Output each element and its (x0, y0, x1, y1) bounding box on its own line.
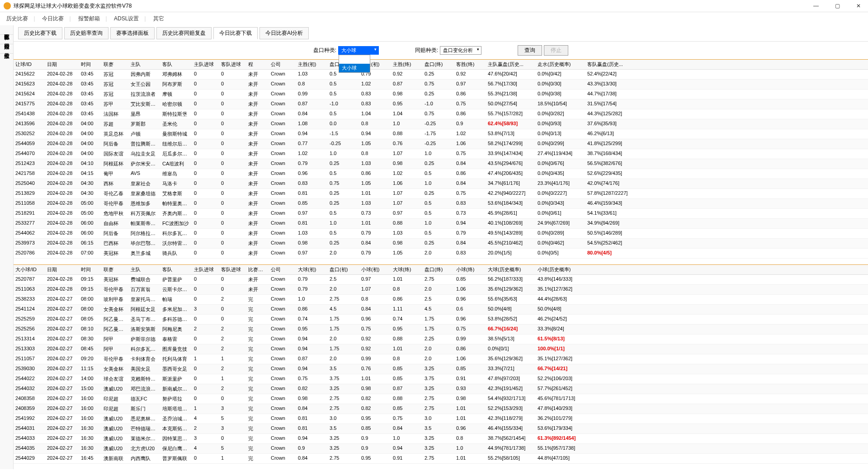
table-row[interactable]: 25138292024-02-2804:30哥伦乙春皇家桑坦德艾格拿斯00未开C… (14, 189, 868, 199)
menu-alert[interactable]: 报警邮箱 (78, 15, 100, 22)
column-header[interactable]: 主队 (129, 265, 160, 274)
column-header[interactable]: 主队 (129, 60, 160, 69)
column-header[interactable]: 客队 (160, 265, 192, 274)
stop-button[interactable]: 停止 (544, 45, 568, 56)
column-header[interactable]: 客胜(终) (454, 60, 486, 69)
side-tab-download[interactable]: 比赛数据下载 (0, 25, 13, 35)
side-tab-water[interactable]: 今日水位监控 (0, 44, 13, 54)
sub-tab-1[interactable]: 历史赔率查询 (64, 27, 108, 39)
column-header[interactable]: 盘口(终) (423, 265, 454, 274)
table-row[interactable]: 24157752024-02-2803:45苏甲艾比安斯特宁哈密尔顿00未开Cr… (14, 99, 868, 109)
table-row[interactable]: 24156242024-02-2803:45苏冠拉茨流浪者摩顿00未开Crown… (14, 89, 868, 99)
table-row[interactable]: 24083582024-02-2716:00印尼超德瓦FC努萨塔拉00完Crow… (14, 394, 868, 404)
sub-tab-3[interactable]: 历史比赛同赔复盘 (156, 27, 212, 39)
search-button[interactable]: 查询 (518, 45, 542, 56)
table-row[interactable]: 25440592024-02-2804:00阿后备普拉腾斯后备...纽维尔后备队… (14, 139, 868, 149)
column-header[interactable]: 主胜(终) (391, 60, 423, 69)
table-row[interactable]: 25302522024-02-2804:00英足总杯卢顿曼彻斯特城00未开Cro… (14, 129, 868, 139)
table-row[interactable]: 25390302024-02-2711:15女美金杯美国女足墨西哥女足02完Cr… (14, 364, 868, 374)
sub-tab-0[interactable]: 历史比赛下载 (18, 27, 62, 39)
table-row[interactable]: 25382332024-02-2708:00玻利甲春皇家托马亚波帕瑞02完Cro… (14, 295, 868, 305)
column-header[interactable]: 大小球/ID (14, 265, 45, 274)
column-header[interactable]: 客队进球 (219, 265, 246, 274)
table-row[interactable]: 25124232024-02-2804:10阿根廷杯萨尔米安托(中)CA坦波利0… (14, 159, 868, 169)
column-header[interactable]: 联赛 (102, 60, 129, 69)
column-header[interactable]: 大球(终) (391, 265, 423, 274)
column-header[interactable]: 日期 (45, 265, 79, 274)
column-header[interactable]: 公司 (269, 60, 296, 69)
table-row[interactable]: 25110632024-02-2809:15哥伦甲春百万富翁云斯卡尔德斯00未开… (14, 285, 868, 295)
table-row[interactable]: 25182912024-02-2805:00危地甲秋科万英佩尔齐奥内斯交流...… (14, 209, 868, 219)
table-cell: 2544033 (14, 434, 45, 443)
table-row[interactable]: 25133032024-02-2708:45阿甲科尔多瓦中央...图库曼竞技02… (14, 344, 868, 354)
table-row[interactable]: 24083592024-02-2716:00印尼超斯乐门培斯塔坦格朗13完Cro… (14, 404, 868, 414)
column-header[interactable]: 大球(历史概率) (486, 265, 536, 274)
column-header[interactable]: 大球(初) (296, 265, 328, 274)
column-header[interactable]: 程 (246, 60, 269, 69)
column-header[interactable]: 客队赢盘(历史... (585, 60, 635, 69)
menu-history[interactable]: 历史比赛 (6, 15, 28, 22)
table-row[interactable]: 25440292024-02-2716:45澳新南联内西鹰队普罗斯佩联01完Cr… (14, 454, 868, 464)
column-header[interactable]: 公司 (269, 265, 296, 274)
menu-other[interactable]: 其它 (153, 15, 164, 22)
table-row[interactable]: 25440332024-02-2716:30澳威U20莱德米尔U20因特莱思U2… (14, 434, 868, 444)
side-tab-same-odds[interactable]: 今日同赔监控 (0, 35, 13, 44)
table-row[interactable]: 24135962024-02-2804:00苏超罗斯郡圣米伦00未开Crown1… (14, 119, 868, 129)
table-row[interactable]: 25332772024-02-2806:00自由杯帕莱斯蒂诺(中)FC波图加沙0… (14, 219, 868, 229)
table-cell: 因特莱思U20 (160, 434, 192, 443)
minimize-button[interactable]: — (810, 2, 822, 10)
column-header[interactable]: 主队进球 (192, 60, 219, 69)
column-header[interactable]: 日期 (45, 60, 79, 69)
odds-type-combo[interactable]: 盘口变化分析 (440, 46, 481, 55)
dropdown-item-rangqiu[interactable]: 让球 (339, 55, 370, 64)
table-row[interactable]: 25440352024-02-2716:30澳威U20北方虎U20保尼白鹰U20… (14, 444, 868, 454)
column-header[interactable]: 主队赢盘(历史... (486, 60, 536, 69)
column-header[interactable]: 联赛 (102, 265, 129, 274)
column-header[interactable]: 让球/ID (14, 60, 45, 69)
table-row[interactable]: 25207862024-02-2807:00美冠杯奥兰多城骑兵队00未开Crow… (14, 249, 868, 259)
table-row[interactable]: 25414382024-02-2803:45法国杯里昂斯特拉斯堡00未开Crow… (14, 109, 868, 119)
table-row[interactable]: 24156222024-02-2803:45苏冠因弗内斯邓弗姆林00未开Crow… (14, 70, 868, 80)
column-header[interactable]: 主胜(初) (296, 60, 328, 69)
column-header[interactable]: 小球(历史概率) (536, 265, 585, 274)
table-row[interactable]: 25110582024-02-2805:00哥伦甲春恩维加多帕特里奥坦斯00未开… (14, 199, 868, 209)
column-header[interactable]: 客队进球 (219, 60, 246, 69)
sub-tab-5[interactable]: 今日比赛AI分析 (259, 27, 309, 39)
close-button[interactable]: ✕ (853, 2, 864, 10)
maximize-button[interactable]: ▢ (831, 2, 844, 10)
table-cell: 2511058 (14, 199, 45, 208)
table-row[interactable]: 25440622024-02-2806:00阿后备阿尔格拉诺后...科尔多瓦学院… (14, 229, 868, 239)
table-row[interactable]: 25419922024-02-2716:00澳威U20悉尼奥林匹克...圣乔治城… (14, 414, 868, 424)
dropdown-item-daxiaoqiu[interactable]: 大小球 (339, 64, 370, 72)
column-header[interactable]: 走水(历史概率) (536, 60, 585, 69)
table-row[interactable]: 25411242024-02-2708:00女美金杯阿根廷女足多米尼加共和...… (14, 305, 868, 315)
column-header[interactable]: 比赛进程 (246, 265, 269, 274)
table-row[interactable]: 24156232024-02-2803:45苏冠女王公园阿布罗斯00未开Crow… (14, 80, 868, 89)
column-header[interactable]: 盘口(初) (328, 265, 359, 274)
column-header[interactable]: 时间 (79, 265, 102, 274)
menu-today[interactable]: 今日比赛 (42, 15, 64, 22)
sub-tab-4[interactable]: 今日比赛下载 (213, 27, 258, 39)
table-row[interactable]: 25207872024-02-2809:15美冠杯费城联合萨普里萨00未开Cro… (14, 275, 868, 285)
table-row[interactable]: 25110572024-02-2709:20哥伦甲春卡利体育会托利马体育11完C… (14, 354, 868, 364)
column-header[interactable]: 小球(初) (359, 265, 391, 274)
column-header[interactable]: 小球(终) (454, 265, 486, 274)
table-row[interactable]: 25440702024-02-2804:00国际友谊乌拉圭女足厄瓜多尔女足00未… (14, 149, 868, 159)
sub-tab-2[interactable]: 赛事选择面板 (110, 27, 155, 39)
table-row[interactable]: 25250402024-02-2804:30西杯皇家社会马洛卡00未开Crown… (14, 179, 868, 189)
column-header[interactable]: 盘口(终) (423, 60, 454, 69)
column-header[interactable]: 客队 (160, 60, 192, 69)
table-row[interactable]: 25440222024-02-2714:00球会友谊克赖斯特彻奇联斯派里萨01完… (14, 374, 868, 384)
table-row[interactable]: 25133142024-02-2708:30阿甲萨斯菲尔德泰格雷02完Crown… (14, 334, 868, 344)
menu-adsl[interactable]: ADSL设置 (114, 15, 139, 22)
handicap-type-combo[interactable]: 大小球 让球 大小球 (338, 46, 379, 55)
column-header[interactable]: 主队进球 (192, 265, 219, 274)
table-row[interactable]: 25252562024-02-2708:10阿乙曼特春洛斯安第斯阿梅尼奥22完C… (14, 325, 868, 334)
column-header[interactable]: 时间 (79, 60, 102, 69)
table-row[interactable]: 25440312024-02-2716:30澳威U20芒特德瑞特镇...本克斯拓… (14, 424, 868, 434)
table-row[interactable]: 25399732024-02-2806:15巴西杯毕尔巴鄂竞技...沃尔特雷东达… (14, 239, 868, 249)
table-row[interactable]: 24217582024-02-2804:15葡甲AVS维塞岛00未开Crown0… (14, 169, 868, 179)
table-row[interactable]: 25252592024-02-2708:05阿乙曼特春圣马丁布萨科多科苏德体育会… (14, 315, 868, 325)
table-cell: 球会友谊 (102, 374, 129, 384)
table-row[interactable]: 25440322024-02-2715:00澳威U20邓巴流浪者FC...新南威… (14, 384, 868, 394)
